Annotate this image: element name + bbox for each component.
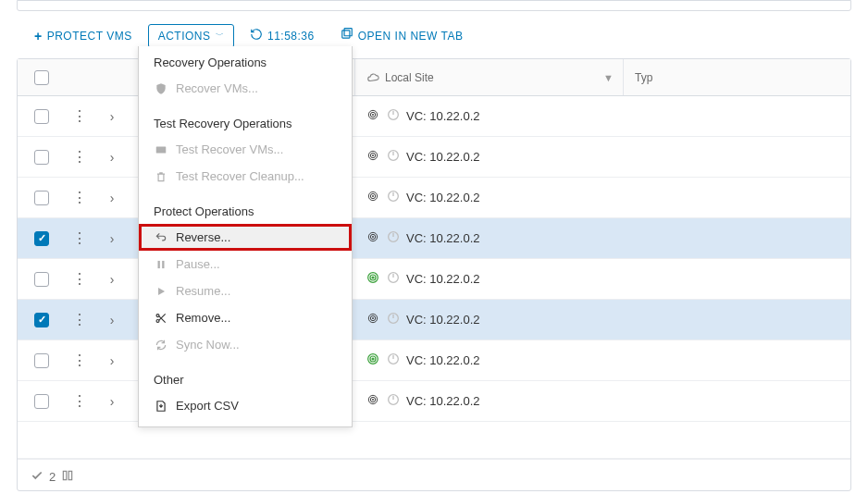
dropdown-section-test: Test Recovery Operations xyxy=(139,107,352,136)
row-checkbox[interactable] xyxy=(34,150,49,165)
row-checkbox[interactable] xyxy=(34,353,49,368)
row-expand-button[interactable]: › xyxy=(110,313,115,327)
row-menu-button[interactable]: ⋮ xyxy=(72,353,87,368)
dropdown-section-recovery: Recovery Operations xyxy=(139,46,352,75)
table-footer: 2 xyxy=(18,459,850,490)
dropdown-section-protect: Protect Operations xyxy=(139,195,352,224)
power-icon xyxy=(386,148,401,166)
test-recover-icon xyxy=(154,143,168,156)
plus-icon: + xyxy=(34,30,43,43)
row-checkbox[interactable] xyxy=(34,231,49,246)
row-checkbox[interactable] xyxy=(34,191,49,205)
pause-icon xyxy=(154,258,168,271)
row-checkbox[interactable] xyxy=(34,109,49,124)
svg-rect-1 xyxy=(344,29,352,36)
site-text: VC: 10.22.0.2 xyxy=(406,394,480,408)
row-menu-button[interactable]: ⋮ xyxy=(72,394,87,409)
refresh-icon xyxy=(250,28,263,43)
svg-rect-4 xyxy=(162,260,164,267)
svg-rect-23 xyxy=(68,471,72,479)
refresh-button[interactable]: 11:58:36 xyxy=(240,22,325,49)
row-checkbox[interactable] xyxy=(34,313,49,327)
actions-label: ACTIONS xyxy=(158,30,211,43)
target-icon xyxy=(366,352,380,369)
spiral-icon xyxy=(366,148,380,166)
row-expand-button[interactable]: › xyxy=(110,150,115,165)
power-icon xyxy=(386,311,401,328)
filter-icon[interactable]: ▼ xyxy=(603,72,614,83)
actions-button[interactable]: ACTIONS ﹀ xyxy=(148,24,234,48)
spiral-icon xyxy=(366,392,380,410)
svg-point-14 xyxy=(372,277,374,278)
svg-rect-3 xyxy=(158,260,160,267)
menu-reverse[interactable]: Reverse... xyxy=(139,224,352,251)
row-expand-button[interactable]: › xyxy=(110,353,115,368)
cloud-icon xyxy=(366,71,379,84)
site-text: VC: 10.22.0.2 xyxy=(406,191,480,204)
power-icon xyxy=(386,189,401,206)
column-picker-button[interactable] xyxy=(61,469,74,485)
menu-recover-vms: Recover VMs... xyxy=(139,75,352,102)
menu-sync: Sync Now... xyxy=(139,331,352,358)
row-expand-button[interactable]: › xyxy=(110,109,115,124)
row-expand-button[interactable]: › xyxy=(110,272,115,287)
row-menu-button[interactable]: ⋮ xyxy=(72,150,87,165)
actions-dropdown: Recovery Operations Recover VMs... Test … xyxy=(138,46,353,427)
spiral-icon xyxy=(366,229,380,247)
protect-vms-button[interactable]: + PROTECT VMS xyxy=(24,24,143,48)
scissors-icon xyxy=(154,312,168,325)
protect-vms-label: PROTECT VMS xyxy=(47,30,132,43)
reverse-icon xyxy=(154,231,168,244)
row-expand-button[interactable]: › xyxy=(110,394,115,409)
row-menu-button[interactable]: ⋮ xyxy=(72,272,87,287)
row-menu-button[interactable]: ⋮ xyxy=(72,109,87,124)
power-icon xyxy=(386,352,401,369)
target-icon xyxy=(366,270,380,288)
col-site-label: Local Site xyxy=(385,71,434,84)
dropdown-section-other: Other xyxy=(139,364,352,392)
menu-remove[interactable]: Remove... xyxy=(139,304,352,331)
sync-icon xyxy=(154,339,168,352)
row-checkbox[interactable] xyxy=(34,394,49,409)
refresh-time: 11:58:36 xyxy=(267,30,315,43)
site-text: VC: 10.22.0.2 xyxy=(406,109,480,123)
selected-count: 2 xyxy=(49,470,56,484)
spiral-icon xyxy=(366,189,380,206)
site-text: VC: 10.22.0.2 xyxy=(406,272,480,286)
play-icon xyxy=(154,285,168,298)
trash-icon xyxy=(154,170,168,183)
spiral-icon xyxy=(366,311,380,328)
menu-pause: Pause... xyxy=(139,251,352,278)
power-icon xyxy=(386,229,401,247)
row-checkbox[interactable] xyxy=(34,272,49,287)
power-icon xyxy=(386,270,401,288)
spiral-icon xyxy=(366,107,380,125)
power-icon xyxy=(386,392,401,410)
svg-rect-2 xyxy=(156,146,167,153)
selected-indicator-icon xyxy=(31,469,43,485)
svg-point-19 xyxy=(372,358,374,360)
site-text: VC: 10.22.0.2 xyxy=(406,231,480,245)
row-expand-button[interactable]: › xyxy=(110,231,115,246)
shield-icon xyxy=(154,82,168,95)
menu-export-csv[interactable]: Export CSV xyxy=(139,392,352,419)
site-text: VC: 10.22.0.2 xyxy=(406,313,480,327)
select-all-checkbox[interactable] xyxy=(34,70,49,85)
svg-rect-0 xyxy=(341,31,349,38)
col-type-label: Typ xyxy=(635,71,652,84)
export-icon xyxy=(154,400,168,413)
row-menu-button[interactable]: ⋮ xyxy=(72,313,87,327)
row-menu-button[interactable]: ⋮ xyxy=(72,231,87,246)
power-icon xyxy=(386,107,401,125)
open-new-tab-button[interactable]: OPEN IN NEW TAB xyxy=(330,22,474,49)
chevron-down-icon: ﹀ xyxy=(216,30,225,42)
site-text: VC: 10.22.0.2 xyxy=(406,150,480,164)
newtab-label: OPEN IN NEW TAB xyxy=(358,30,464,43)
row-expand-button[interactable]: › xyxy=(110,191,115,205)
row-menu-button[interactable]: ⋮ xyxy=(72,191,87,205)
svg-rect-22 xyxy=(64,471,68,479)
menu-test-cleanup: Test Recover Cleanup... xyxy=(139,163,352,190)
menu-resume: Resume... xyxy=(139,278,352,304)
site-text: VC: 10.22.0.2 xyxy=(406,353,480,367)
newtab-icon xyxy=(341,28,353,43)
